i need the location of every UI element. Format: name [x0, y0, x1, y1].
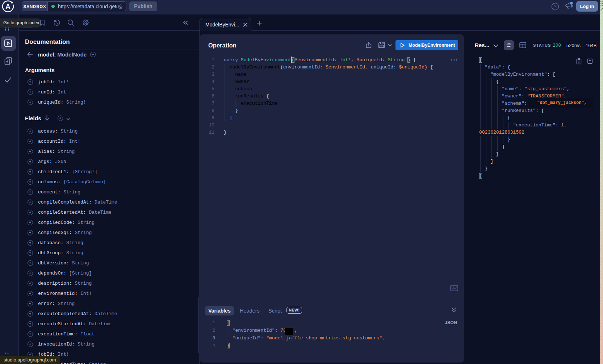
svg-text:?: ?	[554, 4, 557, 9]
svg-text:A: A	[5, 3, 11, 11]
